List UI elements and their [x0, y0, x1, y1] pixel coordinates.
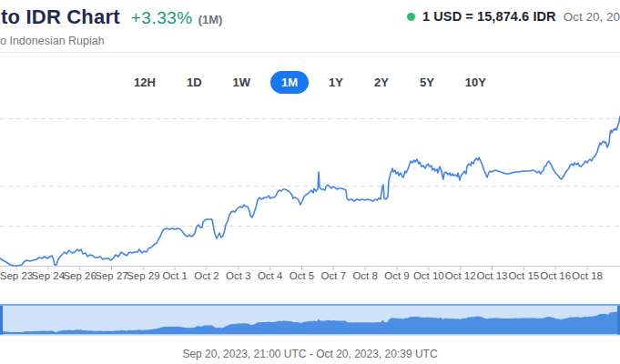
x-axis-label: Sep 23	[0, 270, 33, 281]
x-axis-label: Oct 16	[540, 270, 571, 281]
x-axis-label: Oct 8	[352, 270, 377, 281]
rate-line-series	[0, 116, 620, 266]
x-axis-label: Sep 29	[127, 270, 159, 281]
x-axis-label: Oct 10	[413, 270, 444, 281]
x-axis-label: Sep 26	[63, 270, 96, 281]
x-axis-label: Oct 1	[162, 270, 187, 281]
x-axis-label: Oct 12	[445, 270, 476, 281]
x-axis-label: Sep 27	[95, 270, 127, 281]
date-range-footer: Sep 20, 2023, 21:00 UTC - Oct 20, 2023, …	[0, 348, 620, 360]
x-axis-label: Oct 18	[572, 270, 603, 281]
x-axis-label: Oct 9	[384, 270, 409, 281]
x-axis-label: Oct 5	[290, 270, 314, 281]
range-navigator-top-line	[0, 304, 620, 306]
x-axis-label: Oct 2	[194, 270, 219, 281]
x-axis-label: Oct 4	[258, 270, 282, 281]
rate-line-chart[interactable]	[0, 0, 620, 364]
x-axis-label: Oct 15	[508, 270, 539, 281]
x-axis-label: Oct 7	[321, 270, 346, 281]
navigator-left-handle[interactable]	[0, 306, 3, 335]
x-axis-label: Sep 24	[32, 270, 65, 281]
x-axis-label: Oct 3	[226, 270, 250, 281]
x-axis-label: Oct 13	[477, 270, 508, 281]
currency-chart-page: { "header": { "title": "to IDR Chart", "…	[0, 0, 620, 364]
